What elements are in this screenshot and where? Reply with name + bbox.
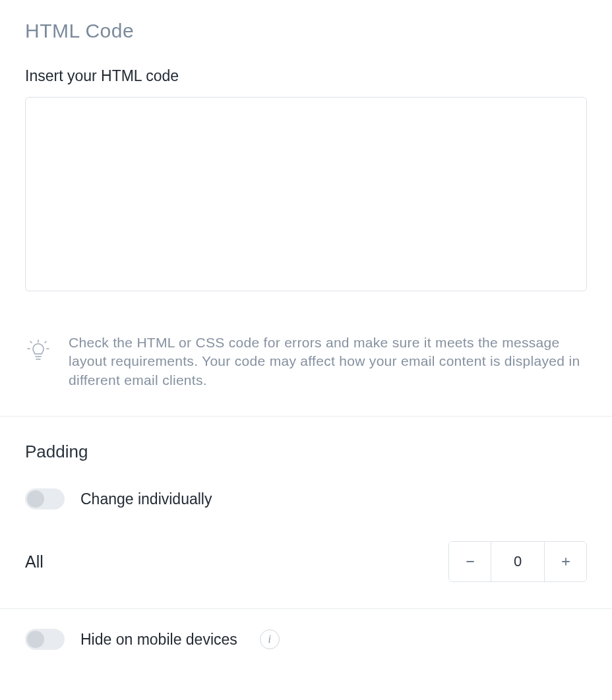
- html-code-section: HTML Code Insert your HTML code Check th…: [0, 0, 612, 416]
- hide-mobile-row: Hide on mobile devices i: [25, 629, 587, 650]
- svg-line-6: [45, 341, 46, 343]
- increment-button[interactable]: [544, 542, 586, 581]
- change-individually-toggle[interactable]: [25, 488, 65, 510]
- html-code-textarea[interactable]: [25, 97, 587, 291]
- hint-row: Check the HTML or CSS code for errors an…: [25, 334, 587, 390]
- toggle-knob: [27, 490, 44, 508]
- padding-all-label: All: [25, 552, 44, 571]
- textarea-label: Insert your HTML code: [25, 67, 587, 85]
- hide-mobile-toggle[interactable]: [25, 629, 65, 650]
- hide-mobile-label: Hide on mobile devices: [80, 631, 237, 649]
- change-individually-row: Change individually: [25, 488, 587, 510]
- padding-title: Padding: [25, 442, 587, 462]
- hint-text: Check the HTML or CSS code for errors an…: [69, 334, 587, 390]
- svg-line-5: [30, 341, 32, 343]
- toggle-knob: [27, 631, 44, 648]
- lightbulb-icon: [25, 339, 51, 365]
- info-icon[interactable]: i: [260, 629, 280, 649]
- decrement-button[interactable]: [449, 542, 491, 581]
- padding-all-row: All 0: [25, 541, 587, 582]
- section-title: HTML Code: [25, 20, 587, 42]
- change-individually-label: Change individually: [80, 490, 212, 508]
- padding-all-stepper: 0: [448, 541, 587, 582]
- hide-mobile-section: Hide on mobile devices i: [0, 609, 612, 670]
- padding-all-value[interactable]: 0: [491, 542, 544, 581]
- padding-section: Padding Change individually All 0: [0, 417, 612, 608]
